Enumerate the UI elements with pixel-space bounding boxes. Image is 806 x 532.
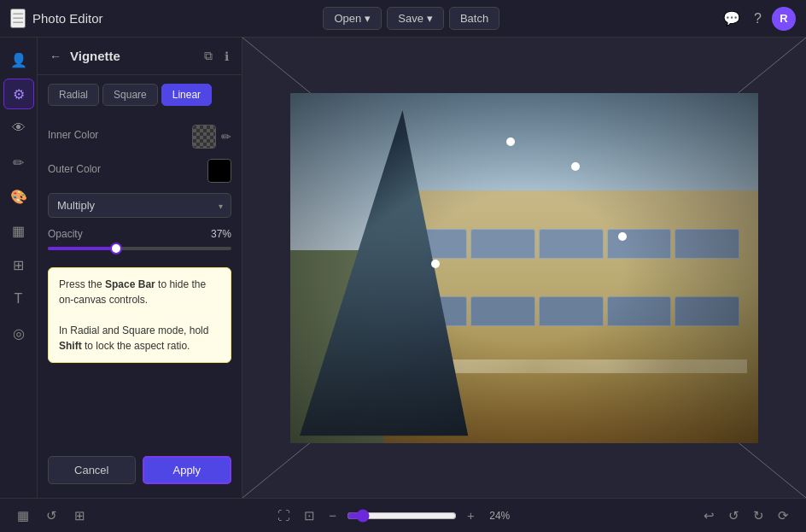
copy-icon-button[interactable]: ⧉ xyxy=(202,46,215,66)
outer-color-row: Outer Color xyxy=(48,159,231,183)
tooltip-box: Press the Space Bar to hide the on-canva… xyxy=(48,267,231,363)
cancel-button[interactable]: Cancel xyxy=(48,456,136,484)
opacity-row: Opacity 37% xyxy=(48,228,231,240)
sidebar-item-adjustments[interactable]: ⚙ xyxy=(3,79,34,109)
batch-button[interactable]: Batch xyxy=(449,7,499,30)
edit-color-icon[interactable]: ✏ xyxy=(221,130,231,143)
sidebar-item-user[interactable]: 👤 xyxy=(3,44,34,75)
grid-icon-button[interactable]: ⊞ xyxy=(71,505,89,527)
bottombar-right: ↩ ↺ ↻ ⟳ xyxy=(700,505,792,527)
tab-linear[interactable]: Linear xyxy=(161,84,212,106)
opacity-slider-thumb[interactable] xyxy=(110,243,122,254)
pyramid-area xyxy=(290,93,477,443)
sidebar-item-text[interactable]: T xyxy=(3,284,34,314)
vignette-panel: ← Vignette ⧉ ℹ Radial Square Linear Inne… xyxy=(38,38,242,498)
opacity-slider-container xyxy=(48,240,231,257)
sidebar-item-paint[interactable]: 🎨 xyxy=(3,181,34,212)
sidebar-item-layers[interactable]: ▦ xyxy=(3,215,34,246)
undo-button[interactable]: ↺ xyxy=(725,505,743,527)
chat-icon[interactable]: 💬 xyxy=(720,7,744,30)
control-point-1[interactable] xyxy=(506,137,515,146)
topbar-right: 💬 ? R xyxy=(720,7,796,31)
outer-color-swatch[interactable] xyxy=(207,159,231,183)
outer-color-field: Outer Color xyxy=(48,159,231,183)
opacity-slider-track xyxy=(48,247,231,250)
inner-color-label: Inner Color xyxy=(48,129,98,141)
sidebar-item-grid[interactable]: ⊞ xyxy=(3,249,34,280)
apply-button[interactable]: Apply xyxy=(143,456,232,484)
redo-button[interactable]: ↻ xyxy=(750,505,768,527)
chevron-down-icon: ▾ xyxy=(427,12,433,25)
history-icon-button[interactable]: ↺ xyxy=(43,505,61,527)
tooltip-line2: In Radial and Square mode, hold Shift to… xyxy=(59,323,220,354)
rotate-icon-button[interactable]: ↩ xyxy=(700,505,718,527)
photo-image xyxy=(290,93,758,443)
fit-view-button[interactable]: ⛶ xyxy=(274,505,294,526)
panel-content: Inner Color ✏ Outer Color Normal xyxy=(38,114,242,498)
zoom-level: 24% xyxy=(485,510,515,522)
menu-icon[interactable]: ☰ xyxy=(10,9,26,28)
action-row: Cancel Apply xyxy=(48,456,231,488)
inner-color-row: Inner Color ✏ xyxy=(48,125,231,149)
history2-icon-button[interactable]: ⟳ xyxy=(774,505,792,527)
zoom-out-button[interactable]: − xyxy=(325,505,340,526)
inner-color-swatch[interactable] xyxy=(192,125,216,149)
opacity-field: Opacity 37% xyxy=(48,228,231,257)
main-layout: 👤 ⚙ 👁 ✏ 🎨 ▦ ⊞ T ◎ ← Vignette ⧉ ℹ Radial … xyxy=(0,38,806,498)
opacity-slider-fill xyxy=(48,247,116,250)
topbar-left: ☰ Photo Editor xyxy=(10,9,103,28)
zoom-in-button[interactable]: + xyxy=(464,505,478,526)
zoom-slider[interactable] xyxy=(347,509,457,523)
topbar: ☰ Photo Editor Open ▾ Save ▾ Batch 💬 ? R xyxy=(0,0,806,38)
blend-mode-select[interactable]: Normal Multiply Screen Overlay Darken Li… xyxy=(48,193,231,218)
app-title: Photo Editor xyxy=(32,11,103,26)
panel-header: ← Vignette ⧉ ℹ xyxy=(38,38,242,75)
opacity-label: Opacity xyxy=(48,228,83,240)
vignette-tabs: Radial Square Linear xyxy=(38,75,242,114)
sidebar-icons: 👤 ⚙ 👁 ✏ 🎨 ▦ ⊞ T ◎ xyxy=(0,38,38,498)
blend-mode-row: Normal Multiply Screen Overlay Darken Li… xyxy=(48,193,231,218)
avatar[interactable]: R xyxy=(772,7,796,31)
open-button[interactable]: Open ▾ xyxy=(323,7,382,30)
panel-title: Vignette xyxy=(70,49,195,63)
bottombar-left: ▦ ↺ ⊞ xyxy=(14,505,89,527)
back-button[interactable]: ← xyxy=(48,48,63,65)
control-point-2[interactable] xyxy=(571,162,580,171)
control-point-4[interactable] xyxy=(618,232,627,241)
photo-container xyxy=(290,93,758,443)
sidebar-item-eye[interactable]: 👁 xyxy=(3,113,34,143)
tooltip-line1: Press the Space Bar to hide the on-canva… xyxy=(59,277,220,307)
help-icon[interactable]: ? xyxy=(751,8,765,30)
opacity-value: 37% xyxy=(211,228,231,240)
crop-icon-button[interactable]: ⊡ xyxy=(301,505,318,527)
tab-square[interactable]: Square xyxy=(102,84,158,106)
sidebar-item-brush[interactable]: ✏ xyxy=(3,147,34,178)
chevron-down-icon: ▾ xyxy=(365,12,371,25)
outer-color-label: Outer Color xyxy=(48,163,101,175)
bottombar: ▦ ↺ ⊞ ⛶ ⊡ − + 24% ↩ ↺ ↻ ⟳ xyxy=(0,498,806,532)
control-point-3[interactable] xyxy=(431,260,440,268)
topbar-center: Open ▾ Save ▾ Batch xyxy=(323,7,499,30)
bottombar-center: ⛶ ⊡ − + 24% xyxy=(274,505,515,527)
layers-icon-button[interactable]: ▦ xyxy=(14,505,32,527)
save-button[interactable]: Save ▾ xyxy=(387,7,444,30)
canvas-area xyxy=(242,38,806,498)
tab-radial[interactable]: Radial xyxy=(48,84,99,106)
sidebar-item-settings[interactable]: ◎ xyxy=(3,318,34,348)
pyramid-glass xyxy=(290,93,477,443)
info-icon-button[interactable]: ℹ xyxy=(222,47,231,66)
inner-color-field: Inner Color ✏ xyxy=(48,125,231,149)
